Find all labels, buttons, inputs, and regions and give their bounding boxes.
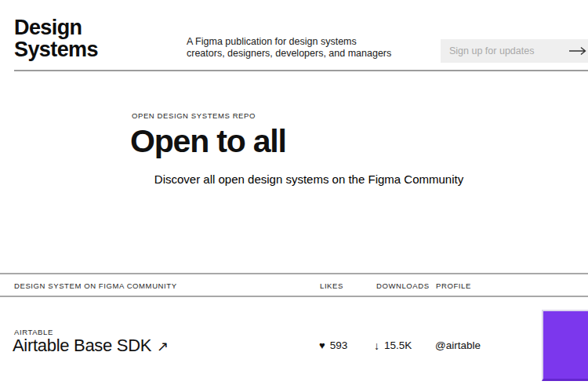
tagline-line-1: A Figma publication for design systems bbox=[187, 36, 391, 48]
column-header-likes: LIKES bbox=[320, 281, 343, 290]
hero-eyebrow: OPEN DESIGN SYSTEMS REPO bbox=[132, 111, 256, 120]
publication-tagline: A Figma publication for design systems c… bbox=[187, 36, 391, 60]
design-system-link[interactable]: Airtable Base SDK ↗ bbox=[13, 336, 169, 356]
tagline-line-2: creators, designers, developers, and man… bbox=[187, 48, 391, 60]
profile-link[interactable]: @airtable bbox=[435, 339, 481, 351]
design-system-title: Airtable Base SDK bbox=[13, 336, 151, 356]
page-subtitle: Discover all open design systems on the … bbox=[0, 172, 588, 186]
page-title: Open to all bbox=[130, 123, 286, 160]
site-logo[interactable]: Design Systems bbox=[14, 16, 98, 60]
column-header-profile: PROFILE bbox=[436, 281, 471, 290]
arrow-right-icon[interactable] bbox=[569, 46, 586, 56]
column-header-downloads: DOWNLOADS bbox=[376, 281, 430, 290]
profile-handle: @airtable bbox=[435, 339, 481, 351]
table-top-divider bbox=[0, 273, 588, 274]
arrow-down-icon: ↓ bbox=[374, 340, 379, 351]
heart-icon: ♥ bbox=[319, 340, 325, 350]
downloads-count: 15.5K bbox=[384, 339, 412, 351]
header-divider bbox=[14, 70, 588, 71]
likes-stat: ♥ 593 bbox=[319, 339, 347, 351]
downloads-stat: ↓ 15.5K bbox=[374, 339, 412, 351]
table-header-divider bbox=[0, 296, 588, 297]
likes-count: 593 bbox=[330, 339, 348, 351]
logo-line-1: Design bbox=[14, 16, 98, 38]
signup-input[interactable] bbox=[441, 39, 588, 63]
column-header-design-system: DESIGN SYSTEM ON FIGMA COMMUNITY bbox=[14, 281, 177, 290]
logo-line-2: Systems bbox=[14, 38, 98, 60]
arrow-up-right-icon: ↗ bbox=[157, 338, 169, 355]
signup-form[interactable] bbox=[441, 39, 588, 63]
design-system-thumbnail[interactable] bbox=[542, 310, 588, 381]
